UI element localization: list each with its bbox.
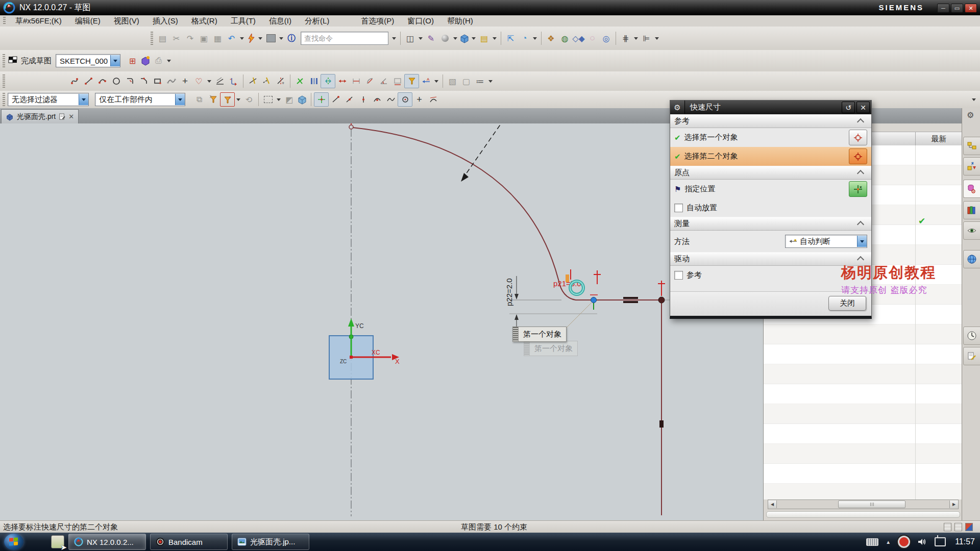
ruler-dropdown[interactable] <box>655 37 659 40</box>
circle-tool-icon[interactable] <box>109 74 123 88</box>
menu-information[interactable]: 信息(I) <box>262 16 298 27</box>
note-dropdown[interactable] <box>493 37 497 40</box>
undo-dropdown[interactable] <box>240 37 244 40</box>
studio-spline-tool-icon[interactable] <box>164 74 178 88</box>
dialog-gear-icon[interactable]: ⚙ <box>670 101 685 114</box>
annotate-pen-icon[interactable]: ✎ <box>424 32 438 45</box>
menu-format[interactable]: 格式(R) <box>185 16 224 27</box>
first-object-select-button[interactable] <box>849 130 867 145</box>
resource-gear-icon[interactable]: ⚙ <box>967 110 974 120</box>
first-object-row[interactable]: ✔ 选择第一个对象 <box>670 128 871 147</box>
toolbar-drag-handle[interactable] <box>3 93 5 106</box>
scroll-left-arrow[interactable]: ◀ <box>768 500 777 508</box>
pattern-curve-dropdown[interactable] <box>207 80 211 83</box>
tooltip-grip[interactable] <box>513 327 519 341</box>
pattern-bars-icon[interactable] <box>307 74 321 88</box>
specify-location-button[interactable]: x <box>849 181 867 197</box>
second-object-row[interactable]: ✔ 选择第二个对象 <box>670 147 871 166</box>
snap-point-on-icon[interactable]: + <box>412 93 426 106</box>
section-driving[interactable]: 驱动 <box>670 252 871 266</box>
specify-location-row[interactable]: ⚑ 指定位置 x <box>670 180 871 198</box>
method-dropdown-button[interactable] <box>857 236 867 247</box>
undo-icon[interactable]: ↶ <box>225 32 238 45</box>
assembly-navigator-tab[interactable] <box>963 137 980 155</box>
close-button[interactable]: ✕ <box>965 4 977 13</box>
web-browser-tab[interactable] <box>963 250 980 268</box>
menu-sketch[interactable]: 草#x56FE;(K) <box>9 16 68 27</box>
sketch-name-dropdown-button[interactable] <box>110 55 120 66</box>
make-corner-icon[interactable]: + <box>274 74 287 88</box>
maximize-button[interactable]: ▭ <box>951 4 963 13</box>
snap-point-filter-icon[interactable]: + <box>220 92 235 107</box>
auto-place-checkbox[interactable] <box>674 204 683 212</box>
set-symmetric-icon[interactable] <box>321 74 335 88</box>
reference-checkbox[interactable] <box>674 271 683 280</box>
display-constraints-icon[interactable] <box>404 74 419 88</box>
auto-place-row[interactable]: 自动放置 <box>670 198 871 217</box>
note-icon[interactable]: ▤ <box>477 32 491 45</box>
copy-icon[interactable]: ▣ <box>197 32 211 45</box>
linear-dimension-icon[interactable] <box>349 74 363 88</box>
display-style-dropdown[interactable] <box>279 37 283 40</box>
snap-endpoint-icon[interactable] <box>329 93 342 106</box>
paste-icon[interactable]: ▦ <box>211 32 225 45</box>
start-button[interactable] <box>4 534 23 550</box>
arc-tool-icon[interactable] <box>95 74 109 88</box>
point-tool-icon[interactable]: + <box>178 74 192 88</box>
scroll-thumb[interactable] <box>838 500 905 508</box>
dimension-lines-icon[interactable]: ⋕ <box>619 32 632 45</box>
roles-tab[interactable] <box>963 347 980 365</box>
section-reference[interactable]: 参考 <box>670 114 871 128</box>
scope-filter-dropdown[interactable]: 仅在工作部件内 <box>95 93 185 106</box>
general-selection-filter-icon[interactable] <box>206 93 220 106</box>
line-tool-icon[interactable] <box>82 74 95 88</box>
fan-display-icon[interactable]: ◔ <box>518 32 531 45</box>
window-layout-dropdown[interactable] <box>419 37 423 40</box>
ime-keyboard-icon[interactable] <box>866 538 878 546</box>
lasso-icon[interactable] <box>261 93 275 106</box>
arc-start-point[interactable] <box>349 125 353 129</box>
search-input[interactable] <box>301 33 398 44</box>
section-origin[interactable]: 原点 <box>670 166 871 180</box>
stamp-icon[interactable]: ⎙ <box>152 54 165 67</box>
menu-tools[interactable]: 工具(T) <box>224 16 262 27</box>
lasso-dropdown[interactable] <box>277 98 281 101</box>
palette-icon[interactable]: ❖ <box>544 32 558 45</box>
tab-close-icon[interactable]: ✕ <box>68 113 74 120</box>
profile-curve[interactable] <box>353 128 662 300</box>
profile-tool-icon[interactable] <box>68 74 82 88</box>
sketch-canvas[interactable]: p22=2.0 p21=5.0 YC <box>0 123 763 520</box>
minimize-button[interactable]: ─ <box>937 4 949 13</box>
diamond-pair-icon[interactable]: ◇◆ <box>572 32 585 45</box>
constraint-navigator-tab[interactable] <box>963 157 980 176</box>
geometric-constraints-icon[interactable] <box>293 74 307 88</box>
list-icon[interactable]: ≔ <box>473 74 487 88</box>
snap-spline-icon[interactable] <box>384 93 398 106</box>
render-sphere-icon[interactable] <box>438 32 452 45</box>
window-layout-icon[interactable]: ◫ <box>403 32 417 45</box>
method-dropdown[interactable]: 自动判断 <box>785 235 867 248</box>
show-image-icon[interactable]: ▧ <box>446 74 459 88</box>
view-cube-icon[interactable] <box>459 33 470 44</box>
quick-trim-icon[interactable] <box>246 74 260 88</box>
snap-vertical-icon[interactable] <box>356 93 370 106</box>
radial-dimension-icon[interactable] <box>363 74 377 88</box>
snap-midpoint-icon[interactable] <box>342 93 356 106</box>
select-pair-icon[interactable]: ⧉ <box>192 93 206 106</box>
cut-icon[interactable]: ✂ <box>169 32 183 45</box>
angular-dimension-icon[interactable] <box>377 74 390 88</box>
rapid-dimension-icon[interactable] <box>335 74 349 88</box>
render-dropdown[interactable] <box>453 37 457 40</box>
gray-box-icon[interactable]: ▢ <box>459 74 473 88</box>
collapse-chevron-icon[interactable] <box>857 221 864 228</box>
ruler-icon[interactable]: ⊫ <box>640 32 653 45</box>
menu-preferences[interactable]: 首选项(P) <box>354 16 401 27</box>
toolbar-drag-handle[interactable] <box>3 54 5 67</box>
rectangle-tool-icon[interactable] <box>151 74 164 88</box>
menu-analysis[interactable]: 分析(L) <box>298 16 336 27</box>
snap-arc-center-icon[interactable] <box>370 93 384 106</box>
redo-icon[interactable]: ↷ <box>183 32 197 45</box>
collapse-chevron-icon[interactable] <box>857 118 864 126</box>
snap-tangent-icon[interactable] <box>426 93 440 106</box>
taskbar-nx-button[interactable]: NX 12.0.0.2... <box>68 534 146 550</box>
